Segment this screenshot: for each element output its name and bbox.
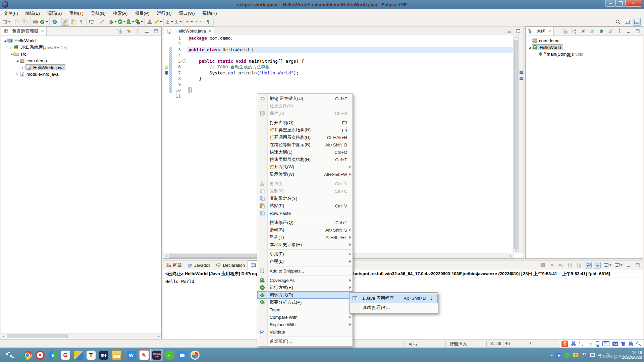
menu-item-show-in-breadcrumb[interactable]: 在路径导航中显示(B)Alt+Shift+B	[257, 141, 353, 148]
menu-item-run-as[interactable]: 运行方式(R)	[257, 284, 353, 291]
simplified-chinese[interactable]: 简	[629, 341, 633, 347]
tab-problems[interactable]: 问题	[163, 260, 184, 270]
toolbar-annotate-icon[interactable]	[154, 18, 162, 26]
sort-icon[interactable]: az	[571, 28, 578, 35]
scroll-up-icon[interactable]: ▴	[514, 35, 519, 40]
menu-project[interactable]: 项目(P)	[131, 9, 153, 18]
toolbox-icon[interactable]	[636, 342, 641, 346]
menu-search[interactable]: 搜索(A)	[109, 9, 131, 18]
tab-javadoc[interactable]: @Javadoc	[184, 260, 213, 270]
overview-ruler[interactable]	[518, 35, 524, 253]
menu-item-add-to-snippets[interactable]: Add to Snippets...	[257, 267, 353, 275]
taskbar-app-file-explorer[interactable]	[110, 349, 123, 361]
start-button[interactable]	[5, 351, 15, 360]
menu-item-copy-qualified-name[interactable]: 复制限定名(Y)	[257, 195, 353, 202]
toolbar-next-annotation-icon[interactable]	[173, 18, 182, 26]
menu-file[interactable]: 文件(F)	[0, 9, 22, 18]
menu-item-open-call-hierarchy[interactable]: 打开调用层次结构(H)Ctrl+Alt+H	[257, 134, 353, 141]
scroll-right-icon[interactable]: ▸	[156, 334, 161, 339]
toolbar-open-task-icon[interactable]	[146, 18, 154, 26]
menu-item-revert-file[interactable]: 还原文件(V)	[257, 102, 353, 110]
menu-window[interactable]: 窗口(W)	[175, 9, 199, 18]
toolbar-search-icon[interactable]	[614, 18, 622, 26]
status-view-menu-icon[interactable]: ⋮	[529, 341, 533, 346]
toolbar-run-external-tools-icon[interactable]	[135, 18, 143, 26]
filters-icon[interactable]	[598, 28, 605, 35]
toolbar-save-icon[interactable]	[13, 18, 21, 26]
overview-breakpoint-mark[interactable]	[520, 77, 523, 80]
menu-item-replace-with[interactable]: Replace With	[257, 321, 353, 328]
toolbar-create-javadoc-icon[interactable]	[69, 18, 77, 26]
toolbar-open-perspective-icon[interactable]	[623, 18, 631, 26]
hide-static-members-icon[interactable]: S	[589, 28, 596, 35]
tree-item-outline-method-main[interactable]: Smain(String[]) : void	[526, 51, 643, 57]
view-menu-icon[interactable]	[135, 28, 141, 35]
toolbar-show-whitespace-icon[interactable]: ¶	[77, 18, 85, 26]
menu-item-quick-fix[interactable]: 快速修正(Q)Ctrl+1	[257, 219, 353, 226]
taskbar-app-geek[interactable]: G	[59, 349, 72, 361]
soft-keyboard-icon[interactable]	[602, 341, 609, 346]
scroll-left-icon[interactable]: ◂	[1, 334, 6, 339]
tab-outline[interactable]: 大纲 ✕	[526, 27, 554, 36]
tab-helloworld-java[interactable]: J HelloWorld.java ✕	[164, 26, 214, 35]
punctuation-indicator[interactable]: ’，	[579, 341, 585, 347]
menu-item-undo[interactable]: 撤销 正在键入(U)Ctrl+Z	[257, 95, 353, 102]
package-explorer-hscrollbar[interactable]: ◂ ▸	[1, 334, 161, 339]
menu-item-debug-configurations[interactable]: 调试 配置(B)...	[350, 303, 438, 312]
menu-item-source[interactable]: 源码(S)Alt+Shift+S	[257, 226, 353, 234]
tree-item-file-module-info-java[interactable]: ▷Jmodule-info.java	[1, 71, 161, 77]
toolbar-pin-editor-icon[interactable]	[204, 18, 212, 26]
tab-package-explorer[interactable]: 包资源管理器 ✕	[1, 27, 47, 36]
dropdown-caret-icon[interactable]	[115, 21, 117, 22]
collapse-arrow-icon[interactable]: ◢	[15, 59, 19, 62]
menu-item-cut[interactable]: 剪切(t)Ctrl+X	[257, 180, 353, 187]
menu-item-java-application[interactable]: J1 Java 应用程序Alt+Shift+D、J	[350, 294, 438, 303]
toolbar-mark-occurrences-icon[interactable]	[61, 18, 69, 26]
tree-item-outline-package-com-demo[interactable]: com.demo	[526, 37, 643, 44]
menu-item-open-type-hierarchy[interactable]: 打开类型层次结构(N)F4	[257, 126, 353, 134]
menu-item-compare-with[interactable]: Compare With	[257, 313, 353, 321]
menu-item-open-declaration[interactable]: 打开声明(O)F3	[257, 119, 353, 126]
console-output[interactable]: Hello World	[163, 278, 643, 284]
hide-local-types-icon[interactable]: L	[607, 28, 614, 35]
toolbar-debug-icon[interactable]	[108, 18, 117, 26]
menu-item-quick-outline[interactable]: 快速大纲(L)Ctrl+O	[257, 148, 353, 156]
dropdown-caret-icon[interactable]	[46, 21, 48, 22]
dropdown-caret-icon[interactable]	[609, 264, 611, 266]
toolbar-last-edit-location-icon[interactable]	[165, 18, 173, 26]
maximize-window-button[interactable]	[615, 0, 626, 7]
minimize-window-button[interactable]: –	[605, 0, 615, 7]
scroll-right-icon[interactable]: ▸	[508, 254, 514, 258]
tree-item-src-folder[interactable]: ◢src	[1, 51, 161, 57]
tree-item-outline-class-helloworld[interactable]: ◢CHelloWorld	[526, 44, 643, 51]
menu-item-show-in[interactable]: 显示位置(W)Alt+Shift+W	[257, 171, 353, 178]
tree-item-jre-system-library[interactable]: ▷JRE 系统库 [JavaSE-17]	[1, 44, 161, 51]
menu-item-open-with[interactable]: 打开方式(W)	[257, 163, 353, 171]
close-view-icon[interactable]: ✕	[41, 29, 44, 34]
menu-item-save[interactable]: 保存(S)Ctrl+S	[257, 110, 353, 117]
taskbar-app-eclipse[interactable]: JavaEEIDE	[150, 349, 163, 361]
taskbar-app-spiral-mail[interactable]	[34, 349, 46, 361]
toolbar-new-annotation-icon[interactable]	[98, 18, 106, 26]
toolbar-save-all-icon[interactable]	[21, 18, 29, 26]
taskbar-app-wps[interactable]: W	[125, 349, 138, 361]
tray-expand-icon[interactable]: ▴	[551, 353, 553, 357]
menu-run[interactable]: 运行(R)	[153, 9, 175, 18]
dropdown-caret-icon[interactable]	[160, 21, 162, 22]
breakpoint-icon[interactable]	[163, 70, 169, 76]
emoji-icon[interactable]: ☺	[588, 341, 593, 347]
dropdown-caret-icon[interactable]	[171, 21, 173, 22]
maximize-editor-icon[interactable]	[515, 27, 522, 34]
collapse-arrow-icon[interactable]: ◢	[528, 46, 532, 49]
clear-console-icon[interactable]	[567, 262, 574, 268]
dropdown-caret-icon[interactable]	[8, 21, 10, 22]
maximize-icon[interactable]	[634, 262, 641, 268]
menu-item-references[interactable]: 引用(F)	[257, 250, 353, 258]
menu-help[interactable]: 帮助(H)	[199, 9, 221, 18]
menu-edit[interactable]: 编辑(E)	[22, 9, 44, 18]
dropdown-caret-icon[interactable]	[191, 21, 193, 22]
scroll-lock-icon[interactable]	[576, 262, 583, 268]
collapse-all-icon[interactable]	[562, 28, 569, 35]
remove-launch-icon[interactable]	[549, 262, 555, 268]
toolbar-new-icon[interactable]	[2, 18, 11, 26]
